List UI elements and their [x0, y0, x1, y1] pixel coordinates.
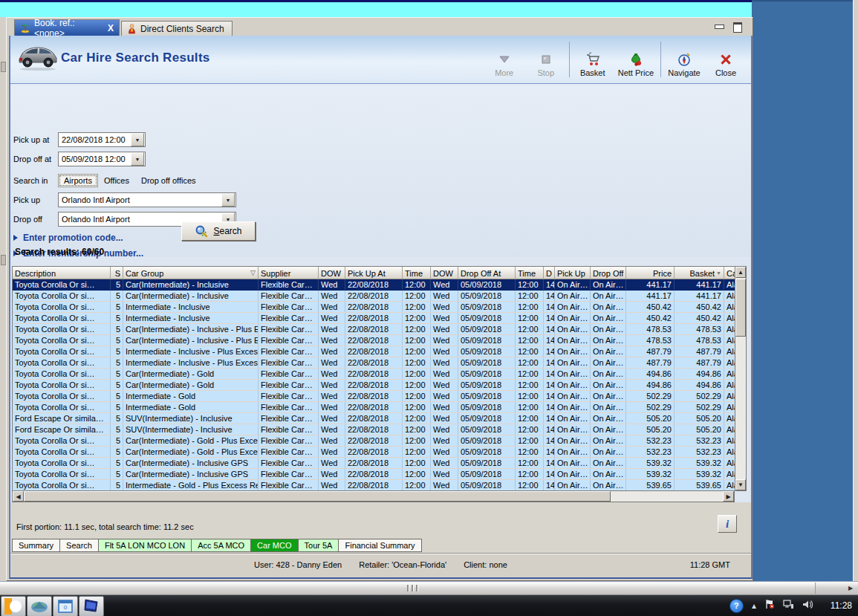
table-row[interactable]: Toyota Corolla Or si…5Car(Intermediate) … [13, 447, 735, 458]
scroll-left-icon[interactable]: ◀ [13, 491, 24, 502]
table-row[interactable]: Toyota Corolla Or si…5Car(Intermediate) … [13, 380, 735, 391]
promotion-code-expander[interactable]: Enter promotion code... [13, 233, 123, 243]
car-hire-search-results-pane: Car Hire Search Results More Stop [9, 36, 753, 579]
search-in-offices[interactable]: Offices [98, 175, 135, 187]
dropoff-at-combo[interactable]: 05/09/2018 12:00 ▼ [58, 152, 146, 166]
tab-car-mco[interactable]: Car MCO [251, 539, 298, 552]
vertical-scrollbar[interactable]: ▲ ▼ [735, 266, 747, 491]
more-button[interactable]: More [484, 39, 525, 80]
column-header-supplier[interactable]: Supplier [259, 267, 319, 279]
table-row[interactable]: Toyota Corolla Or si…5Intermediate - Gol… [13, 480, 735, 491]
basket-button[interactable]: Basket [572, 39, 614, 80]
table-row[interactable]: Toyota Corolla Or si…5Car(Intermediate) … [13, 324, 735, 335]
table-row[interactable]: Ford Escape Or simila…5SUV(Intermediate)… [13, 413, 735, 424]
search-button[interactable]: Search [181, 221, 256, 241]
column-header-time[interactable]: Time [516, 267, 544, 279]
table-cell: 5 [111, 435, 123, 446]
column-header-dow[interactable]: DOW [431, 267, 458, 279]
help-icon[interactable]: ? [729, 599, 744, 613]
chevron-down-icon[interactable]: ▼ [221, 193, 235, 207]
stop-button[interactable]: Stop [525, 39, 567, 80]
table-row[interactable]: Toyota Corolla Or si…5Intermediate - Inc… [13, 313, 735, 324]
table-cell: 22/08/2018 [345, 447, 403, 457]
scroll-right-icon[interactable]: ▶ [723, 491, 734, 502]
table-row[interactable]: Toyota Corolla Or si…5Car(Intermediate) … [13, 469, 735, 480]
tab-summary[interactable]: Summary [12, 539, 60, 552]
show-hidden-icons[interactable]: ▴ [752, 601, 756, 610]
table-row[interactable]: Toyota Corolla Or si…5Intermediate - Gol… [13, 402, 735, 413]
column-header-d[interactable]: D [544, 267, 555, 279]
tab-close-icon[interactable]: X [108, 23, 114, 33]
table-row[interactable]: Toyota Corolla Or si…5Car(Intermediate) … [13, 435, 735, 447]
column-header-pick-up-at[interactable]: Pick Up At [345, 267, 403, 279]
column-header-dow[interactable]: DOW [319, 267, 345, 279]
scroll-down-icon[interactable]: ▼ [735, 479, 746, 490]
column-header-time[interactable]: Time [403, 267, 431, 279]
scrollbar-thumb[interactable] [24, 491, 611, 502]
column-header-car-group[interactable]: Car Group▽ [123, 267, 259, 279]
tab-acc-5a-mco[interactable]: Acc 5A MCO [192, 539, 251, 552]
column-header-price[interactable]: Price [626, 267, 675, 279]
table-row[interactable]: Toyota Corolla Or si…5Intermediate - Inc… [13, 302, 735, 313]
action-center-flag-icon[interactable] [764, 599, 775, 612]
navigate-button[interactable]: Navigate [663, 39, 705, 80]
taskbar-app-window[interactable]: 0 [53, 596, 78, 616]
minimize-icon[interactable] [714, 22, 724, 30]
search-in-airports[interactable]: Airports [58, 174, 98, 187]
pickup-combo[interactable]: Orlando Intl Airport ▼ [58, 192, 236, 207]
column-header-description[interactable]: Description [13, 267, 111, 279]
table-row[interactable]: Toyota Corolla Or si…5Car(Intermediate) … [13, 369, 735, 380]
table-row[interactable]: Ford Escape Or simila…5SUV(Intermediate)… [13, 424, 735, 435]
outer-horizontal-scrollbar[interactable]: ▶ [0, 581, 858, 595]
info-button[interactable]: i [718, 515, 737, 533]
column-header-pick-up[interactable]: Pick Up [555, 267, 591, 279]
table-cell: 22/08/2018 [345, 302, 403, 312]
tab-tour-5a[interactable]: Tour 5A [299, 539, 339, 552]
table-cell: On Air… [555, 346, 591, 357]
tab-flt-5a-lon-mco-lon[interactable]: Flt 5A LON MCO LON [99, 539, 192, 552]
scroll-up-icon[interactable]: ▲ [735, 267, 746, 278]
taskbar-app-two[interactable] [27, 596, 52, 616]
table-cell: SUV(Intermediate) - Inclusive [123, 424, 259, 435]
scrollbar-thumb[interactable] [735, 279, 746, 337]
column-header-basket[interactable]: Basket▼ [675, 267, 724, 279]
search-in-dropoff-offices[interactable]: Drop off offices [135, 175, 202, 187]
taskbar-app-monitor[interactable] [79, 596, 104, 616]
volume-icon[interactable] [802, 599, 813, 612]
table-cell: Wed [431, 324, 458, 334]
taskbar-app-orange[interactable] [1, 596, 26, 616]
table-cell: SUV(Intermediate) - Inclusive [123, 413, 259, 424]
table-row[interactable]: Toyota Corolla Or si…5Car(Intermediate) … [13, 335, 735, 346]
network-icon[interactable] [783, 599, 794, 612]
table-row[interactable]: Toyota Corolla Or si…5Intermediate - Inc… [13, 346, 735, 357]
table-row[interactable]: Toyota Corolla Or si…5Intermediate - Inc… [13, 357, 735, 369]
close-button[interactable]: Close [705, 39, 747, 80]
taskbar-clock[interactable]: 11:28 [831, 600, 852, 611]
table-row[interactable]: Toyota Corolla Or si…5Car(Intermediate) … [13, 458, 735, 469]
table-row[interactable]: Toyota Corolla Or si…5Car(Intermediate) … [13, 279, 735, 291]
nett-price-button[interactable]: Nett Price [614, 39, 658, 80]
pickup-at-combo[interactable]: 22/08/2018 12:00 ▼ [58, 132, 146, 147]
tab-booking-ref[interactable]: Book. ref.: <none> X [14, 19, 120, 36]
tab-search[interactable]: Search [60, 539, 99, 552]
table-row[interactable]: Toyota Corolla Or si…5Car(Intermediate) … [13, 291, 735, 302]
restore-icon[interactable] [732, 22, 742, 30]
table-cell: 22/08/2018 [345, 424, 403, 435]
table-row[interactable]: Toyota Corolla Or si…5Intermediate - Gol… [13, 391, 735, 402]
scroll-right-icon[interactable]: ▶ [845, 583, 857, 593]
table-cell: Flexible Car… [259, 302, 319, 312]
column-header-ca[interactable]: Ca [724, 267, 735, 279]
tab-financial-summary[interactable]: Financial Summary [339, 539, 421, 552]
column-header-drop-off[interactable]: Drop Off [591, 267, 626, 279]
chevron-down-icon[interactable]: ▼ [131, 152, 144, 166]
tab-direct-clients-search[interactable]: Direct Clients Search [121, 21, 233, 36]
column-header-s[interactable]: S [111, 267, 123, 279]
table-cell: 05/09/2018 [458, 469, 516, 479]
table-cell: Flexible Car… [259, 313, 319, 323]
column-header-drop-off-at[interactable]: Drop Off At [458, 267, 516, 279]
table-cell: 05/09/2018 [458, 402, 516, 412]
filter-icon[interactable]: ▽ [250, 270, 256, 276]
horizontal-scrollbar[interactable]: ◀ ▶ [12, 490, 735, 502]
desktop-background [752, 0, 853, 597]
chevron-down-icon[interactable]: ▼ [131, 133, 144, 146]
